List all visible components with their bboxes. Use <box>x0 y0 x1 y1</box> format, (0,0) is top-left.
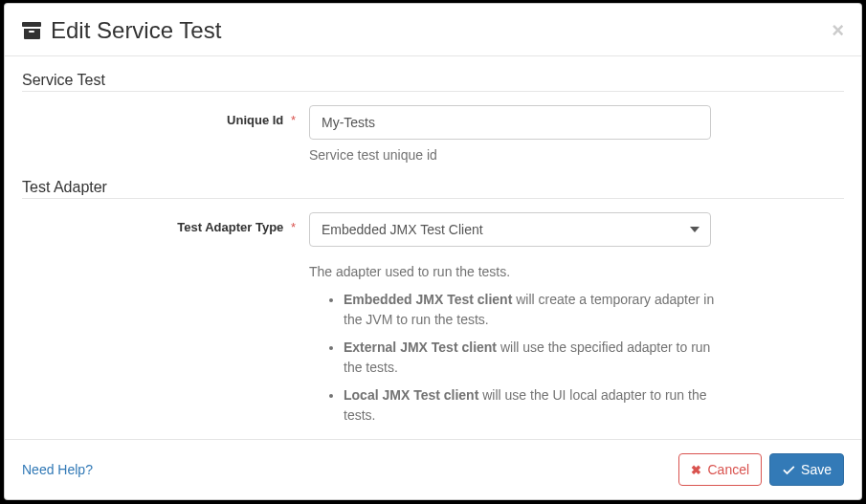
help-unique-id: Service test unique id <box>309 145 711 165</box>
help-adapter-type: The adapter used to run the tests. Embed… <box>309 262 730 433</box>
edit-service-test-modal: Edit Service Test × Service Test Unique … <box>4 3 862 500</box>
row-unique-id: Unique Id * Service test unique id <box>22 105 844 165</box>
unique-id-input[interactable] <box>309 105 711 140</box>
list-item: Local JMX Test client will use the UI lo… <box>344 385 730 426</box>
list-item: External JMX Test client will use the sp… <box>344 338 730 378</box>
adapter-type-select[interactable]: Embedded JMX Test Client <box>309 212 711 247</box>
check-icon <box>782 463 795 476</box>
row-adapter-type: Test Adapter Type * Embedded JMX Test Cl… <box>22 212 844 247</box>
required-star-icon: * <box>291 220 296 234</box>
modal-footer: Need Help? ✖ Cancel Save <box>5 439 861 499</box>
section-service-test: Service Test Unique Id * Service test un… <box>22 72 844 165</box>
row-adapter-help: The adapter used to run the tests. Embed… <box>22 256 844 433</box>
field-unique-id: Service test unique id <box>309 105 711 165</box>
section-test-adapter: Test Adapter Test Adapter Type * Embedde… <box>22 179 844 433</box>
modal-header: Edit Service Test × <box>5 4 861 56</box>
archive-icon <box>22 22 41 39</box>
label-adapter-type: Test Adapter Type * <box>22 212 309 234</box>
label-unique-id: Unique Id * <box>22 105 309 127</box>
save-button[interactable]: Save <box>769 453 844 486</box>
modal-title-wrap: Edit Service Test <box>22 17 221 44</box>
close-icon[interactable]: × <box>832 20 844 41</box>
x-icon: ✖ <box>691 463 701 477</box>
legend-test-adapter: Test Adapter <box>22 179 844 199</box>
cancel-button[interactable]: ✖ Cancel <box>678 453 762 486</box>
adapter-type-select-wrap: Embedded JMX Test Client <box>309 212 711 247</box>
need-help-link[interactable]: Need Help? <box>22 462 93 477</box>
legend-service-test: Service Test <box>22 72 844 92</box>
adapter-bullets: Embedded JMX Test client will create a t… <box>309 290 730 426</box>
footer-buttons: ✖ Cancel Save <box>678 453 844 486</box>
list-item: Embedded JMX Test client will create a t… <box>344 290 730 330</box>
modal-body: Service Test Unique Id * Service test un… <box>5 56 861 439</box>
field-adapter-type: Embedded JMX Test Client <box>309 212 711 247</box>
required-star-icon: * <box>291 113 296 127</box>
modal-title: Edit Service Test <box>51 17 221 44</box>
